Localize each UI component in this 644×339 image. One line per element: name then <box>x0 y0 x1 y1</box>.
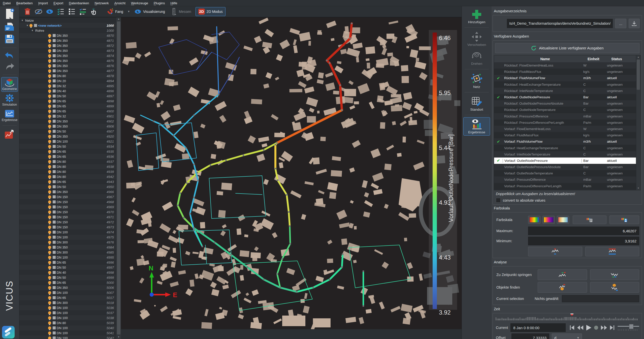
tree-row[interactable]: DN 1504970 <box>19 209 116 214</box>
table-row[interactable]: Rücklauf: InletNodeTemperatureCungelesen <box>494 88 636 94</box>
tree-row[interactable]: DN 654900 <box>19 109 116 114</box>
show-selected-button[interactable] <box>45 7 54 16</box>
bulb-icon[interactable] <box>48 291 51 294</box>
bulb-icon[interactable] <box>48 301 51 304</box>
step-forward-button[interactable] <box>600 325 607 331</box>
bulb-icon[interactable] <box>48 266 51 269</box>
visibility-box[interactable] <box>53 115 56 118</box>
table-row[interactable]: Vorlauf: HeatExchangeTemperatureCungeles… <box>494 145 636 151</box>
visibility-box[interactable] <box>53 281 56 284</box>
network-node[interactable] <box>173 135 174 136</box>
bulb-icon[interactable] <box>48 321 51 324</box>
network-node[interactable] <box>225 160 227 161</box>
list-items-button[interactable] <box>67 7 77 16</box>
expander-icon[interactable]: ▼ <box>21 19 24 22</box>
bulb-icon[interactable] <box>48 316 51 319</box>
network-node[interactable] <box>279 287 281 288</box>
tree-row[interactable]: ▼<new network>1000 <box>19 23 116 28</box>
tree-row[interactable]: DN 1504972 <box>19 220 116 225</box>
network-node[interactable] <box>179 192 181 194</box>
tool-drehen-button[interactable]: Drehen <box>463 49 490 67</box>
output-dir-input[interactable]: /Districts/4_Demo_Transformartionsplan/d… <box>507 19 613 28</box>
menu-item-datenbanken[interactable]: Datenbanken <box>66 1 92 6</box>
tree-row[interactable]: DN 3004985 <box>19 250 116 255</box>
network-node[interactable] <box>197 180 199 181</box>
menu-item-netzwerk[interactable]: Netzwerk <box>92 1 111 6</box>
redo-button[interactable] <box>1 61 18 72</box>
tree-row[interactable]: DN 3504875 <box>19 58 116 63</box>
network-node[interactable] <box>202 246 203 247</box>
limits-from-all-button[interactable] <box>585 247 639 256</box>
menu-item-bearbeiten[interactable]: Bearbeiten <box>14 1 36 6</box>
bulb-icon[interactable] <box>48 190 51 193</box>
menu-item-export[interactable]: Export <box>51 1 66 6</box>
bulb-icon[interactable] <box>48 246 51 249</box>
tree-row[interactable]: DN 1005036 <box>19 305 116 310</box>
tree-row[interactable]: DN 3504871 <box>19 38 116 43</box>
tree-row[interactable]: DN 3005018 <box>19 300 116 305</box>
visibility-box[interactable] <box>53 231 56 234</box>
menu-item-hilfe[interactable]: Hilfe <box>168 1 180 6</box>
network-node[interactable] <box>296 291 298 293</box>
visibility-box[interactable] <box>53 241 56 244</box>
visibility-box[interactable] <box>53 125 56 128</box>
table-scrollbar[interactable]: ▲ ▼ <box>636 55 640 190</box>
tree-row[interactable]: DN 3504902 <box>19 119 116 124</box>
visibility-box[interactable] <box>53 301 56 304</box>
bulb-icon[interactable] <box>48 125 51 128</box>
bulb-icon[interactable] <box>48 34 51 37</box>
tree-row[interactable]: DN 504934 <box>19 144 116 149</box>
visibility-box[interactable] <box>53 336 56 339</box>
filter-list-button[interactable] <box>78 7 88 16</box>
bulb-icon[interactable] <box>48 251 51 254</box>
visibility-box[interactable] <box>53 135 56 138</box>
convert-checkbox-row[interactable]: convert to absolute values <box>496 198 545 203</box>
visibility-box[interactable] <box>53 79 56 82</box>
col-einheit[interactable]: Einheit <box>586 57 610 61</box>
find-min-object-button[interactable] <box>590 282 639 293</box>
bulb-icon[interactable] <box>48 281 51 284</box>
tree-row[interactable]: DN 1004974 <box>19 230 116 235</box>
bulb-icon[interactable] <box>48 95 51 98</box>
menu-item-werkzeuge[interactable]: Werkzeuge <box>128 1 151 6</box>
network-node[interactable] <box>275 144 276 145</box>
visibility-box[interactable] <box>53 326 56 329</box>
colormap-load-button[interactable] <box>573 215 606 224</box>
bulb-icon[interactable] <box>48 120 51 123</box>
visibility-box[interactable] <box>53 110 56 113</box>
bulb-icon[interactable] <box>48 261 51 264</box>
bulb-icon[interactable] <box>48 165 51 168</box>
tree-row[interactable]: DN 504907 <box>19 129 116 134</box>
network-node[interactable] <box>329 279 330 280</box>
current-time-input[interactable]: 8 Jan 0 8:00:00 <box>510 323 566 332</box>
network-node[interactable] <box>247 266 248 268</box>
pick-mode-button[interactable] <box>89 7 99 16</box>
visibility-box[interactable] <box>53 286 56 289</box>
bulb-icon[interactable] <box>48 49 51 52</box>
bulb-icon[interactable] <box>48 241 51 244</box>
network-node[interactable] <box>197 172 198 173</box>
bulb-icon[interactable] <box>48 175 51 178</box>
colormap-save-button[interactable] <box>609 215 639 224</box>
skip-start-button[interactable] <box>569 325 575 331</box>
tree-row[interactable]: DN 655017 <box>19 295 116 300</box>
tree-row[interactable]: DN 3504906 <box>19 124 116 129</box>
tree-row[interactable]: DN 805039 <box>19 320 116 325</box>
time-ruler[interactable] <box>496 316 638 320</box>
network-node[interactable] <box>185 147 187 149</box>
bulb-icon[interactable] <box>48 89 51 93</box>
tool-standort-button[interactable]: Standort <box>463 95 490 113</box>
bulb-icon[interactable] <box>48 74 51 77</box>
tree-row[interactable]: DN 404998 <box>19 270 116 275</box>
visibility-box[interactable] <box>53 321 56 324</box>
tree-row[interactable]: DN 1005007 <box>19 290 116 295</box>
network-node[interactable] <box>341 109 343 111</box>
visibility-box[interactable] <box>53 84 56 87</box>
tree-row[interactable]: DN 3504920 <box>19 134 116 139</box>
visibility-box[interactable] <box>53 221 56 224</box>
table-row[interactable]: Vorlauf: OutletNodeTemperatureCungelesen <box>494 170 636 176</box>
network-node[interactable] <box>341 266 343 268</box>
bulb-icon[interactable] <box>48 200 51 203</box>
bulb-icon[interactable] <box>48 115 51 118</box>
visibility-box[interactable] <box>53 180 56 183</box>
